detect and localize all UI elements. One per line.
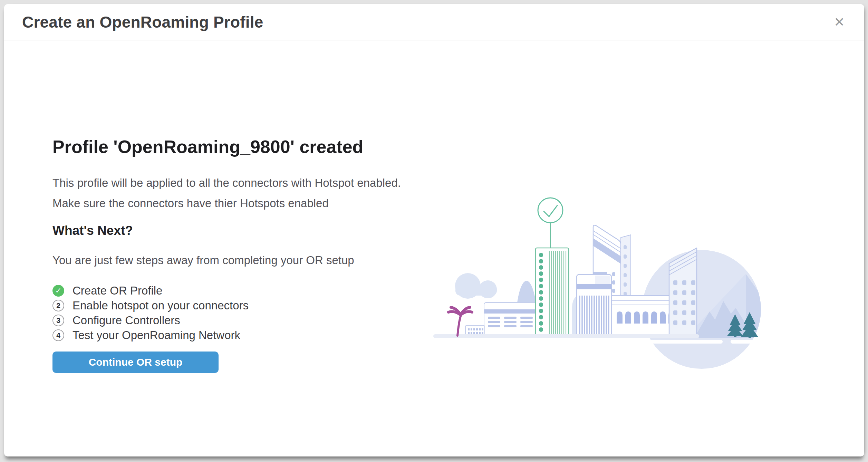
continue-or-setup-button[interactable]: Continue OR setup [52,352,219,373]
right-tower [669,248,697,336]
step-label: Configure Controllers [73,314,180,327]
step-number-badge: 3 [52,315,64,326]
setup-step-item: 2 Enable hotspot on your connectors [52,298,425,313]
step-done-check-icon: ✓ [52,285,64,297]
dialog-header: Create an OpenRoaming Profile ✕ [4,4,864,40]
create-openroaming-profile-dialog: Create an OpenRoaming Profile ✕ Profile … [4,4,864,456]
check-glyph: ✓ [55,286,61,295]
cloud [455,273,497,299]
wide-building [484,302,538,336]
description-line-2: Make sure the connectors have thier Hots… [52,195,425,211]
step-label: Create OR Profile [73,284,162,297]
striped-building [577,275,611,336]
green-building [536,198,569,336]
ground-line [433,334,699,338]
success-content: Profile 'OpenRoaming_9800' created This … [52,136,425,373]
close-button[interactable]: ✕ [830,12,849,32]
road-dashes [639,340,753,344]
profile-created-heading: Profile 'OpenRoaming_9800' created [52,136,425,157]
step-label: Enable hotspot on your connectors [73,299,249,312]
setup-step-item: 4 Test your OpenRoaming Network [52,328,425,343]
description-line-1: This profile will be applied to all the … [52,175,425,191]
dialog-body: Profile 'OpenRoaming_9800' created This … [4,40,864,456]
step-label: Test your OpenRoaming Network [73,329,240,342]
close-icon: ✕ [834,15,845,30]
illustration-check-circle [538,198,563,223]
setup-steps-list: ✓ Create OR Profile 2 Enable hotspot on … [52,283,425,343]
step-number-badge: 2 [52,300,64,311]
city-skyline-illustration [433,193,765,376]
dialog-title: Create an OpenRoaming Profile [22,13,263,31]
whats-next-subtext: You are just few steps away from complet… [52,252,425,268]
whats-next-heading: What's Next? [52,223,425,238]
setup-step-item: 3 Configure Controllers [52,313,425,328]
setup-step-item: ✓ Create OR Profile [52,283,425,298]
step-number-badge: 4 [52,329,64,341]
